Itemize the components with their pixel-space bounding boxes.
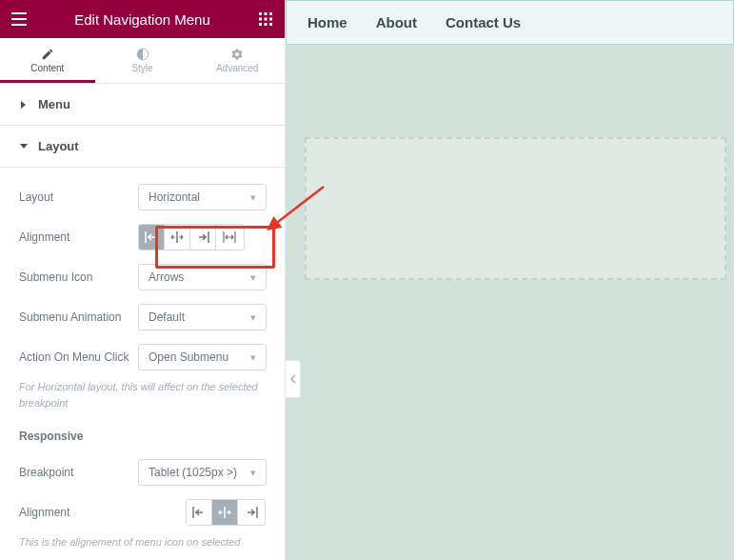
svg-rect-1 bbox=[265, 12, 268, 15]
section-title: Layout bbox=[38, 139, 79, 153]
nav-item[interactable]: Contact Us bbox=[446, 14, 521, 30]
apps-icon[interactable] bbox=[256, 10, 275, 29]
control-action-click: Action On Menu Click Open Submenu ▾ bbox=[19, 337, 266, 377]
panel-collapse-button[interactable] bbox=[286, 360, 301, 398]
preview-navbar: Home About Contact Us bbox=[286, 0, 734, 45]
align-center-button[interactable] bbox=[165, 225, 190, 250]
select-value: Open Submenu bbox=[149, 350, 228, 364]
svg-rect-2 bbox=[269, 12, 272, 15]
submenu-anim-select[interactable]: Default ▾ bbox=[138, 304, 267, 330]
submenu-icon-select[interactable]: Arrows ▾ bbox=[138, 264, 267, 290]
align-right-button[interactable] bbox=[238, 500, 264, 525]
align-center-button[interactable] bbox=[212, 500, 238, 525]
nav-item[interactable]: Home bbox=[307, 14, 347, 30]
svg-rect-4 bbox=[265, 18, 268, 21]
select-value: Arrows bbox=[149, 270, 184, 284]
section-layout-body: Layout Horizontal ▾ Alignment bbox=[0, 168, 285, 560]
control-label: Alignment bbox=[19, 230, 138, 244]
section-menu-head[interactable]: Menu bbox=[0, 84, 285, 126]
control-layout: Layout Horizontal ▾ bbox=[19, 177, 266, 217]
control-alignment: Alignment bbox=[19, 217, 266, 257]
svg-rect-0 bbox=[259, 12, 262, 15]
align-left-button[interactable] bbox=[139, 225, 165, 250]
svg-rect-3 bbox=[259, 18, 262, 21]
resp-alignment-choices bbox=[186, 499, 266, 526]
tab-label: Style bbox=[131, 63, 152, 73]
panel-tabs: Content Style Advanced bbox=[0, 38, 285, 84]
svg-rect-7 bbox=[265, 23, 268, 26]
breakpoint-select[interactable]: Tablet (1025px >) ▾ bbox=[138, 459, 267, 486]
tab-label: Advanced bbox=[216, 63, 258, 73]
control-label: Submenu Animation bbox=[19, 310, 138, 324]
select-value: Tablet (1025px >) bbox=[149, 466, 237, 479]
nav-item[interactable]: About bbox=[376, 14, 417, 30]
pencil-icon bbox=[41, 48, 54, 61]
chevron-down-icon: ▾ bbox=[250, 351, 256, 364]
select-value: Default bbox=[149, 310, 185, 324]
chevron-down-icon: ▾ bbox=[250, 467, 256, 479]
control-submenu-anim: Submenu Animation Default ▾ bbox=[19, 297, 266, 337]
chevron-down-icon: ▾ bbox=[250, 271, 256, 284]
chevron-down-icon: ▾ bbox=[250, 191, 256, 204]
section-layout-head[interactable]: Layout bbox=[0, 126, 285, 168]
control-label: Submenu Icon bbox=[19, 270, 138, 284]
menu-icon[interactable] bbox=[10, 10, 29, 29]
gear-icon bbox=[230, 48, 244, 61]
chevron-down-icon: ▾ bbox=[250, 311, 256, 324]
alignment-choices bbox=[138, 224, 245, 250]
preview-canvas: Home About Contact Us bbox=[286, 0, 734, 560]
svg-rect-5 bbox=[269, 18, 272, 21]
select-value: Horizontal bbox=[149, 190, 200, 204]
control-label: Layout bbox=[19, 190, 138, 204]
align-right-button[interactable] bbox=[190, 225, 216, 250]
align-justify-button[interactable] bbox=[216, 225, 242, 250]
caret-right-icon bbox=[19, 100, 29, 110]
panel-header: Edit Navigation Menu bbox=[0, 0, 285, 38]
control-label: Breakpoint bbox=[19, 466, 138, 479]
contrast-icon bbox=[136, 48, 149, 61]
section-title: Menu bbox=[38, 97, 70, 111]
responsive-heading: Responsive bbox=[19, 410, 266, 452]
empty-section-placeholder[interactable] bbox=[305, 137, 726, 280]
editor-panel: Edit Navigation Menu Content bbox=[0, 0, 286, 560]
align-left-button[interactable] bbox=[187, 500, 212, 525]
control-label: Action On Menu Click bbox=[19, 350, 138, 364]
tab-advanced[interactable]: Advanced bbox=[189, 38, 285, 83]
svg-rect-8 bbox=[269, 23, 272, 26]
control-label: Alignment bbox=[19, 506, 138, 519]
caret-down-icon bbox=[19, 143, 29, 150]
tab-style[interactable]: Style bbox=[95, 38, 190, 83]
tab-label: Content bbox=[30, 63, 64, 73]
control-breakpoint: Breakpoint Tablet (1025px >) ▾ bbox=[19, 452, 266, 492]
control-description: This is the alignement of menu icon on s… bbox=[19, 532, 266, 550]
control-submenu-icon: Submenu Icon Arrows ▾ bbox=[19, 257, 266, 297]
tab-content[interactable]: Content bbox=[0, 38, 95, 83]
svg-rect-6 bbox=[259, 23, 262, 26]
action-click-select[interactable]: Open Submenu ▾ bbox=[138, 344, 267, 370]
control-resp-alignment: Alignment bbox=[19, 492, 266, 532]
control-description: For Horizontal layout, this will affect … bbox=[19, 377, 266, 410]
panel-body: Menu Layout Layout Horizontal ▾ bbox=[0, 84, 285, 560]
panel-title: Edit Navigation Menu bbox=[29, 11, 256, 28]
layout-select[interactable]: Horizontal ▾ bbox=[138, 184, 267, 210]
